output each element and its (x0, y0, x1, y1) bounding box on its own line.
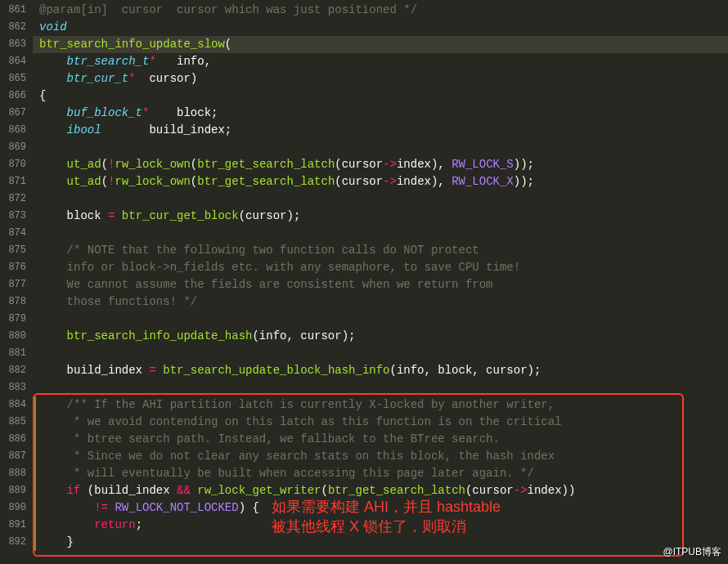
line-number: 866 (0, 87, 33, 105)
line-number: 865 (0, 70, 33, 87)
line-number: 875 (0, 242, 33, 259)
code-editor[interactable]: 8618628638648658668678688698708718728738… (0, 0, 728, 564)
line-number: 891 (0, 517, 33, 534)
code-line: } (39, 534, 728, 551)
code-line: * we avoid contending on this latch as t… (39, 414, 728, 431)
line-number: 871 (0, 173, 33, 190)
line-number-gutter: 8618628638648658668678688698708718728738… (0, 0, 33, 564)
code-line (39, 190, 728, 208)
code-line: ut_ad(!rw_lock_own(btr_get_search_latch(… (39, 156, 728, 173)
code-line: ut_ad(!rw_lock_own(btr_get_search_latch(… (39, 173, 728, 190)
line-number: 876 (0, 259, 33, 276)
line-number: 888 (0, 465, 33, 482)
code-line (39, 311, 728, 328)
line-number: 886 (0, 431, 33, 448)
code-line: btr_search_info_update_hash(info, cursor… (39, 328, 728, 345)
change-marker (34, 448, 36, 465)
code-line: != RW_LOCK_NOT_LOCKED) { (39, 499, 728, 517)
line-number: 864 (0, 53, 33, 70)
change-marker (34, 431, 36, 448)
line-number: 883 (0, 379, 33, 396)
code-content[interactable]: @param[in] cursor cursor which was just … (33, 0, 728, 564)
change-marker (34, 499, 36, 517)
line-number: 877 (0, 276, 33, 293)
code-line: * btree search path. Instead, we fallbac… (39, 431, 728, 448)
code-line (39, 379, 728, 396)
line-number: 862 (0, 19, 33, 36)
code-line: We cannot assume the fields are consiste… (39, 276, 728, 293)
line-number: 869 (0, 139, 33, 156)
line-number: 867 (0, 105, 33, 122)
watermark: @ITPUB博客 (663, 545, 721, 559)
change-marker (34, 465, 36, 482)
line-number: 882 (0, 362, 33, 379)
line-number: 861 (0, 2, 33, 19)
code-line: btr_search_info_update_slow( (33, 36, 728, 53)
code-line: ibool build_index; (39, 122, 728, 139)
line-number: 881 (0, 345, 33, 362)
line-number: 889 (0, 482, 33, 499)
code-line (39, 345, 728, 362)
line-number: 879 (0, 311, 33, 328)
line-number: 878 (0, 293, 33, 311)
code-line: buf_block_t* block; (39, 105, 728, 122)
code-line (39, 139, 728, 156)
change-marker (34, 414, 36, 431)
code-line: return; (39, 517, 728, 534)
code-line (39, 225, 728, 242)
change-marker (34, 517, 36, 534)
line-number: 892 (0, 534, 33, 551)
line-number: 872 (0, 190, 33, 208)
code-line: /* NOTE that the following two function … (39, 242, 728, 259)
line-number: 880 (0, 328, 33, 345)
code-line: build_index = btr_search_update_block_ha… (39, 362, 728, 379)
line-number: 887 (0, 448, 33, 465)
code-line: @param[in] cursor cursor which was just … (39, 2, 728, 19)
line-number: 870 (0, 156, 33, 173)
line-number: 868 (0, 122, 33, 139)
code-line: btr_search_t* info, (39, 53, 728, 70)
code-line: /** If the AHI partition latch is curren… (39, 396, 728, 414)
line-number: 885 (0, 414, 33, 431)
code-line: btr_cur_t* cursor) (39, 70, 728, 87)
change-marker (34, 396, 36, 414)
code-line: if (build_index && rw_lock_get_writer(bt… (39, 482, 728, 499)
line-number: 884 (0, 396, 33, 414)
code-line: * Since we do not clear any search stats… (39, 448, 728, 465)
code-line: * will eventually be built when accessin… (39, 465, 728, 482)
line-number: 890 (0, 499, 33, 517)
change-marker (34, 482, 36, 499)
code-line: { (39, 87, 728, 105)
line-number: 874 (0, 225, 33, 242)
code-line: block = btr_cur_get_block(cursor); (39, 208, 728, 225)
code-line: those functions! */ (39, 293, 728, 311)
code-line: info or block->n_fields etc. with any se… (39, 259, 728, 276)
change-marker (34, 534, 36, 551)
code-line: void (39, 19, 728, 36)
line-number: 863 (0, 36, 33, 53)
line-number: 873 (0, 208, 33, 225)
